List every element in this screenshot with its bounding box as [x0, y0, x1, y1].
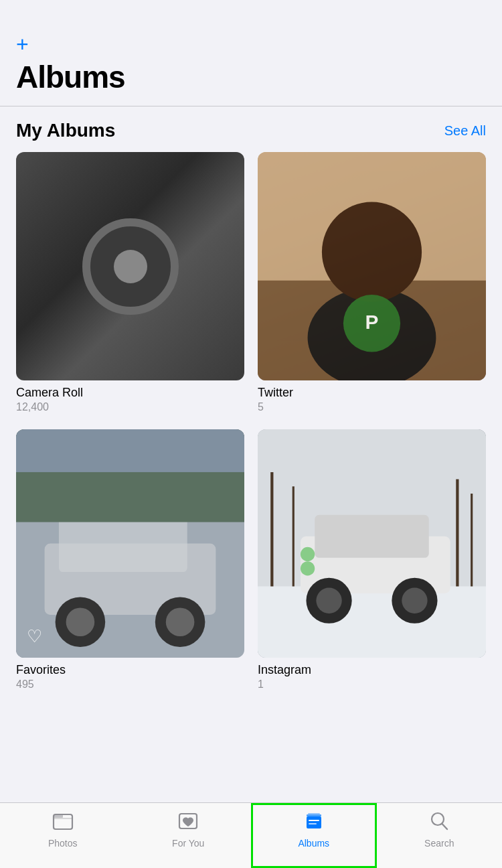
svg-rect-17	[258, 586, 486, 658]
svg-line-40	[442, 824, 448, 829]
section-title: My Albums	[16, 120, 115, 141]
for-you-icon	[177, 810, 199, 835]
album-name: Favorites	[16, 663, 244, 677]
see-all-button[interactable]: See All	[444, 123, 486, 139]
album-thumb-favorites: ♡	[16, 429, 244, 658]
svg-rect-37	[309, 820, 319, 821]
album-count: 1	[258, 678, 486, 691]
header-top: +	[16, 29, 486, 59]
album-thumb-twitter: P	[258, 152, 486, 380]
svg-point-3	[322, 202, 422, 302]
svg-rect-14	[16, 429, 244, 472]
svg-rect-8	[59, 515, 187, 572]
header: + Albums	[0, 29, 502, 106]
svg-rect-36	[308, 813, 320, 814]
album-count: 12,400	[16, 401, 244, 413]
svg-text:P: P	[365, 311, 379, 333]
album-count: 495	[16, 678, 244, 691]
page-title: Albums	[16, 59, 486, 95]
my-albums-section: My Albums See All Camera Roll 12,400	[0, 106, 502, 691]
album-name: Camera Roll	[16, 386, 244, 400]
tab-photos[interactable]: Photos	[0, 803, 126, 868]
svg-point-28	[301, 547, 315, 561]
album-item-favorites[interactable]: ♡ Favorites 495	[16, 429, 244, 691]
add-button[interactable]: +	[16, 33, 29, 55]
photos-icon	[52, 810, 74, 835]
tab-bar: Photos For You Albums	[0, 802, 502, 868]
svg-point-12	[166, 607, 195, 636]
tab-for-you-label: For You	[172, 838, 204, 849]
svg-rect-38	[309, 823, 317, 824]
svg-rect-34	[307, 816, 321, 828]
albums-row-2: ♡ Favorites 495	[16, 429, 486, 691]
tab-search[interactable]: Search	[377, 803, 503, 868]
status-bar	[0, 0, 502, 29]
svg-rect-23	[315, 515, 429, 558]
tab-search-label: Search	[424, 838, 454, 849]
tab-photos-label: Photos	[48, 838, 78, 849]
svg-point-10	[66, 607, 95, 636]
section-header: My Albums See All	[16, 120, 486, 141]
svg-rect-32	[54, 814, 63, 818]
search-icon	[428, 810, 450, 835]
heart-icon: ♡	[27, 626, 42, 647]
svg-rect-35	[307, 814, 321, 816]
album-item-twitter[interactable]: P Twitter 5	[258, 152, 486, 413]
albums-icon	[303, 810, 325, 835]
svg-rect-31	[54, 818, 72, 819]
svg-point-29	[301, 561, 315, 575]
album-thumb-instagram	[258, 429, 486, 658]
tab-albums[interactable]: Albums	[251, 803, 377, 868]
tab-albums-label: Albums	[298, 838, 329, 849]
album-count: 5	[258, 401, 486, 413]
svg-point-25	[316, 588, 341, 613]
album-name: Twitter	[258, 386, 486, 400]
album-item-camera-roll[interactable]: Camera Roll 12,400	[16, 152, 244, 413]
album-item-instagram[interactable]: Instagram 1	[258, 429, 486, 691]
album-name: Instagram	[258, 663, 486, 677]
svg-point-27	[402, 588, 427, 613]
albums-row-1: Camera Roll 12,400 P Twitter	[16, 152, 486, 413]
tab-for-you[interactable]: For You	[126, 803, 252, 868]
album-thumb-camera-roll	[16, 152, 244, 380]
